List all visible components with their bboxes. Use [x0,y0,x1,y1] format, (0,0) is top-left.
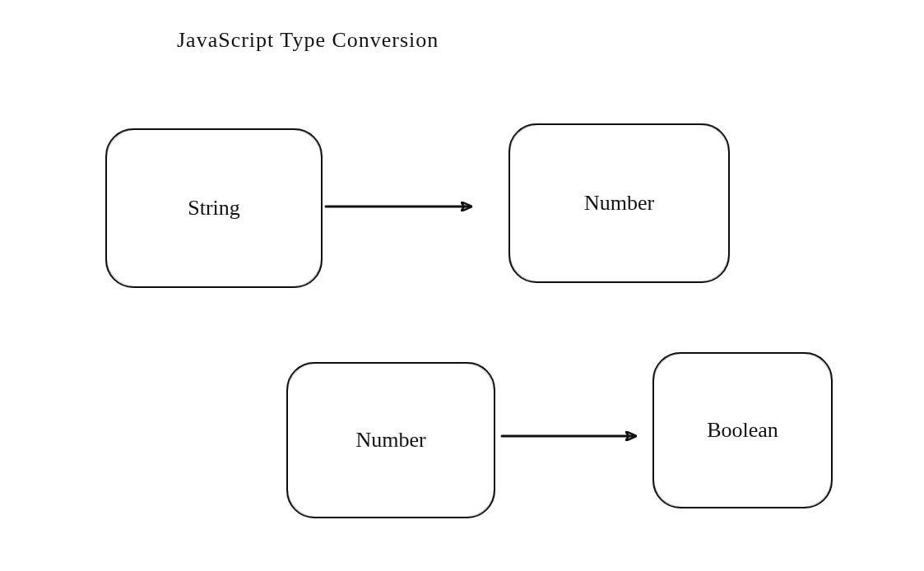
node-string: String [105,128,323,288]
diagram-title: JavaScript Type Conversion [177,28,439,53]
node-string-label: String [188,196,240,221]
node-number-bottom-label: Number [355,428,425,453]
node-boolean-label: Boolean [707,418,778,443]
diagram-canvas: JavaScript Type Conversion String Number… [0,0,924,571]
node-number-top-label: Number [584,191,654,216]
node-boolean: Boolean [652,352,833,508]
node-number-top: Number [508,123,730,283]
node-number-bottom: Number [286,362,495,518]
